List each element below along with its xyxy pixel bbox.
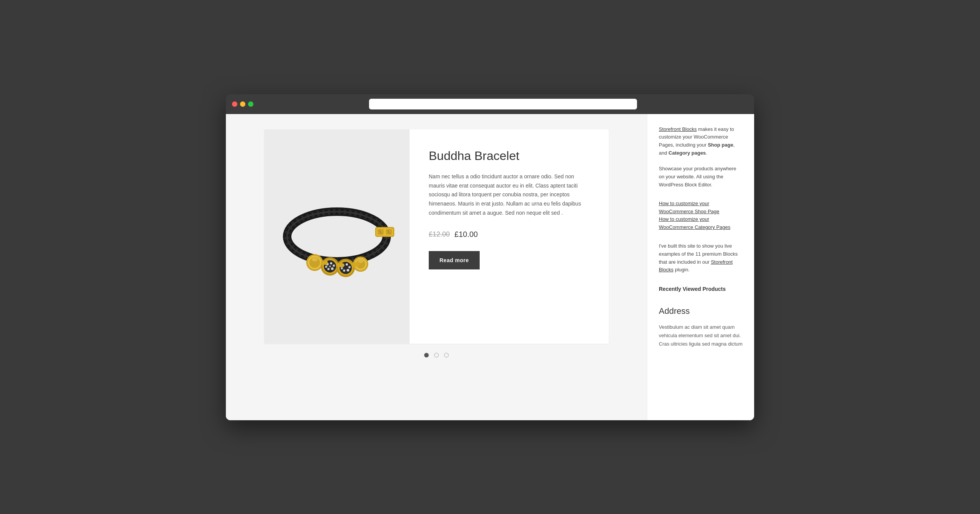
svg-point-29 — [346, 263, 348, 266]
browser-chrome — [226, 94, 754, 114]
sidebar-intro-paragraph: Storefront Blocks makes it easy to custo… — [659, 126, 743, 157]
svg-point-30 — [348, 266, 351, 268]
browser-window: Buddha Bracelet Nam nec tellus a odio ti… — [226, 94, 754, 420]
traffic-lights — [232, 101, 253, 107]
svg-point-24 — [329, 265, 331, 267]
premium-text-2: plugin. — [673, 267, 689, 273]
sidebar-links-section: How to customize your WooCommerce Shop P… — [659, 200, 743, 232]
svg-point-33 — [341, 267, 343, 269]
svg-point-32 — [343, 269, 345, 272]
product-title: Buddha Bracelet — [429, 148, 590, 163]
recently-viewed-label: Recently Viewed Products — [659, 285, 743, 293]
price-original: £12.00 — [429, 230, 450, 238]
main-content: Buddha Bracelet Nam nec tellus a odio ti… — [226, 114, 647, 420]
svg-point-14 — [312, 258, 318, 261]
category-pages-label: Category pages — [668, 150, 706, 156]
svg-rect-38 — [321, 261, 328, 265]
link-shop-page[interactable]: How to customize your WooCommerce Shop P… — [659, 201, 719, 214]
svg-point-19 — [330, 262, 332, 264]
sidebar-intro-text-3: . — [706, 150, 707, 156]
product-details: Buddha Bracelet Nam nec tellus a odio ti… — [410, 129, 609, 344]
product-card: Buddha Bracelet Nam nec tellus a odio ti… — [264, 129, 609, 344]
address-bar[interactable] — [369, 99, 637, 109]
browser-content: Buddha Bracelet Nam nec tellus a odio ti… — [226, 114, 754, 420]
svg-rect-39 — [337, 263, 344, 267]
shop-page-label: Shop page — [708, 142, 733, 148]
bracelet-image — [264, 129, 410, 344]
storefront-blocks-link-top[interactable]: Storefront Blocks — [659, 126, 697, 132]
traffic-light-yellow[interactable] — [240, 101, 245, 107]
traffic-light-red[interactable] — [232, 101, 237, 107]
carousel-dots — [241, 344, 632, 367]
svg-point-37 — [358, 260, 363, 263]
carousel-dot-2[interactable] — [434, 353, 439, 357]
sidebar-premium-text: I've built this site to show you live ex… — [659, 242, 743, 274]
sidebar-address-section: Address Vestibulum ac diam sit amet quam… — [659, 304, 743, 348]
svg-point-31 — [347, 269, 350, 271]
product-image-area — [264, 129, 410, 344]
svg-point-2 — [287, 212, 387, 261]
sidebar-storefront-intro: Storefront Blocks makes it easy to custo… — [659, 126, 743, 189]
svg-point-21 — [331, 267, 334, 270]
svg-rect-40 — [352, 263, 359, 266]
price-sale: £10.00 — [454, 230, 478, 239]
carousel-dot-3[interactable] — [444, 353, 449, 357]
price-area: £12.00 £10.00 — [429, 230, 590, 239]
svg-point-23 — [325, 266, 327, 268]
link-category-pages[interactable]: How to customize your WooCommerce Catego… — [659, 216, 730, 230]
traffic-light-green[interactable] — [248, 101, 253, 107]
svg-point-22 — [327, 268, 330, 270]
sidebar-premium-section: I've built this site to show you live ex… — [659, 242, 743, 274]
carousel-dot-1[interactable] — [424, 353, 429, 357]
sidebar-recently-viewed: Recently Viewed Products — [659, 285, 743, 293]
svg-point-20 — [333, 264, 335, 267]
address-text: Vestibulum ac diam sit amet quam vehicul… — [659, 323, 743, 348]
sidebar-showcase-text: Showcase your products anywhere on your … — [659, 165, 743, 189]
read-more-button[interactable]: Read more — [429, 251, 480, 269]
address-heading: Address — [659, 304, 743, 318]
product-description: Nam nec tellus a odio tincidunt auctor a… — [429, 172, 590, 218]
sidebar: Storefront Blocks makes it easy to custo… — [647, 114, 754, 420]
